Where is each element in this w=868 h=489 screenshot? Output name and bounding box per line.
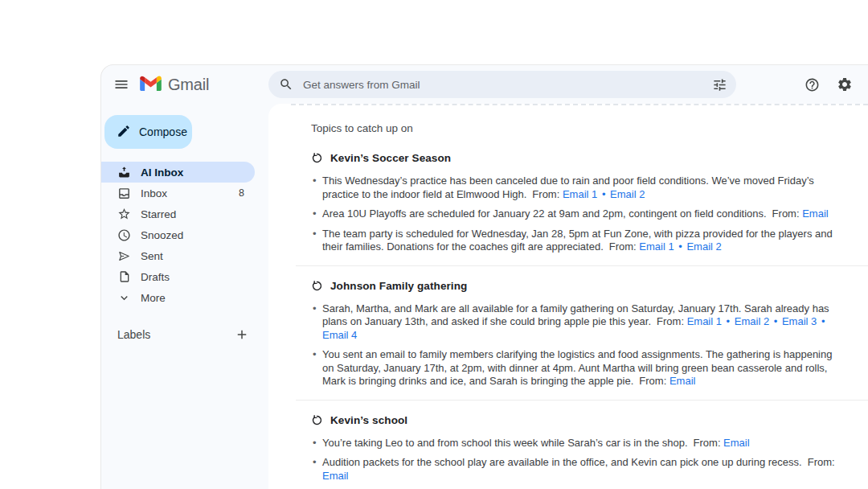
star-icon [117, 208, 131, 221]
send-icon [117, 249, 131, 263]
search-icon [279, 77, 293, 92]
refresh-icon [311, 152, 323, 164]
inbox-icon [117, 187, 131, 200]
topic-title: Kevin’s school [330, 414, 407, 426]
topbar: Gmail [101, 65, 868, 104]
gear-icon [837, 76, 853, 92]
email-link[interactable]: Email 2 [686, 240, 721, 253]
pencil-icon [117, 124, 131, 141]
topic-bullet: Audition packets for the school play are… [311, 456, 841, 483]
section-title: Topics to catch up on [296, 122, 841, 134]
search-options-button[interactable] [712, 77, 727, 92]
link-separator: • [771, 315, 780, 327]
unread-count-badge: 8 [239, 187, 244, 199]
topic-bullet: You’re taking Leo to and from school thi… [311, 437, 841, 450]
settings-button[interactable] [837, 76, 853, 92]
compose-button[interactable]: Compose [104, 115, 192, 149]
email-link[interactable]: Email 1 [639, 240, 674, 253]
from-label: From: [808, 456, 835, 468]
from-label: From: [694, 437, 724, 449]
topic-bullet: The team party is scheduled for Wednesda… [311, 228, 841, 254]
labels-header: Labels [117, 328, 150, 341]
email-link[interactable]: Email [322, 470, 349, 482]
email-link[interactable]: Email 1 [687, 315, 722, 327]
topic-bullet: You sent an email to family members clar… [311, 348, 841, 388]
refresh-icon [311, 414, 323, 426]
email-link[interactable]: Email [669, 375, 696, 387]
email-link[interactable]: Email [723, 437, 750, 449]
sidebar-item-sent[interactable]: Sent [101, 245, 255, 266]
draft-icon [117, 270, 131, 284]
email-link[interactable]: Email 1 [563, 188, 597, 200]
email-link[interactable]: Email 2 [735, 315, 769, 327]
topic-bullet: This Wednesday’s practice has been cance… [311, 175, 841, 201]
tune-icon [712, 77, 727, 92]
chevron-down-icon [117, 291, 131, 305]
from-label: From: [609, 240, 640, 253]
from-label: From: [657, 315, 687, 327]
email-link[interactable]: Email 4 [322, 329, 357, 341]
sidebar-item-label: Sent [141, 250, 163, 262]
sidebar-item-inbox[interactable]: Inbox 8 [101, 183, 255, 203]
search-bar[interactable] [268, 71, 736, 98]
topics-list: Kevin’s Soccer Season This Wednesday’s p… [296, 144, 841, 489]
link-separator: • [723, 315, 733, 327]
clock-icon [117, 228, 131, 242]
sidebar-item-label: Drafts [141, 271, 170, 283]
hamburger-icon [113, 76, 129, 92]
bullet-text: You’re taking Leo to and from school thi… [322, 437, 688, 449]
topic-title: Kevin’s Soccer Season [330, 152, 451, 164]
labels-row: Labels [101, 322, 255, 347]
sidebar: Compose AI Inbox Inbox 8 Starred Snoozed… [101, 104, 268, 489]
sidebar-item-label: Starred [141, 208, 176, 220]
sidebar-item-starred[interactable]: Starred [101, 203, 255, 224]
main-menu-button[interactable] [113, 76, 129, 92]
email-link[interactable]: Email 2 [610, 188, 645, 200]
main-panel: Topics to catch up on Kevin’s Soccer Sea… [268, 104, 868, 489]
topic-section: Johnson Family gathering Sarah, Martha, … [296, 265, 868, 400]
link-separator: • [818, 315, 825, 327]
topic-bullet: Sarah, Martha, and Mark are all availabl… [311, 302, 841, 343]
topic-title: Johnson Family gathering [330, 280, 467, 292]
sidebar-item-snoozed[interactable]: Snoozed [101, 224, 255, 245]
create-label-button[interactable] [235, 327, 249, 342]
topic-section: Kevin’s Soccer Season This Wednesday’s p… [296, 144, 868, 265]
sidebar-nav: AI Inbox Inbox 8 Starred Snoozed Sent Dr… [101, 162, 268, 308]
topic-bullet: Area 10U Playoffs are scheduled for Janu… [311, 208, 841, 221]
topbar-left: Gmail [101, 75, 268, 94]
gmail-window: Gmail [100, 64, 868, 489]
plus-icon [235, 327, 249, 342]
from-label: From: [772, 208, 803, 220]
search-input[interactable] [301, 78, 704, 92]
bullet-text: You sent an email to family members clar… [322, 348, 832, 387]
sidebar-item-label: More [141, 292, 166, 304]
refresh-icon [311, 280, 323, 292]
gmail-m-icon [140, 75, 162, 94]
help-button[interactable] [805, 77, 820, 92]
topbar-right [805, 76, 868, 92]
sidebar-item-label: Inbox [141, 187, 167, 199]
email-link[interactable]: Email [802, 208, 829, 220]
from-label: From: [639, 375, 669, 387]
help-icon [805, 77, 820, 92]
gmail-logo: Gmail [140, 75, 209, 94]
sidebar-item-ai-inbox[interactable]: AI Inbox [101, 162, 255, 183]
compose-label: Compose [139, 125, 187, 138]
bullet-text: The team party is scheduled for Wednesda… [322, 228, 833, 253]
app-title: Gmail [168, 76, 209, 94]
bullet-text: Area 10U Playoffs are scheduled for Janu… [322, 208, 767, 220]
from-label: From: [532, 188, 563, 200]
sidebar-item-label: AI Inbox [141, 166, 183, 179]
email-link[interactable]: Email 3 [782, 315, 817, 327]
link-separator: • [599, 188, 608, 200]
ai-inbox-icon [117, 166, 131, 179]
topic-section: Kevin’s school You’re taking Leo to and … [296, 400, 868, 489]
link-separator: • [676, 240, 686, 253]
sidebar-item-more[interactable]: More [101, 287, 255, 308]
sidebar-item-drafts[interactable]: Drafts [101, 266, 255, 287]
bullet-text: Audition packets for the school play are… [322, 456, 802, 468]
sidebar-item-label: Snoozed [141, 229, 183, 241]
